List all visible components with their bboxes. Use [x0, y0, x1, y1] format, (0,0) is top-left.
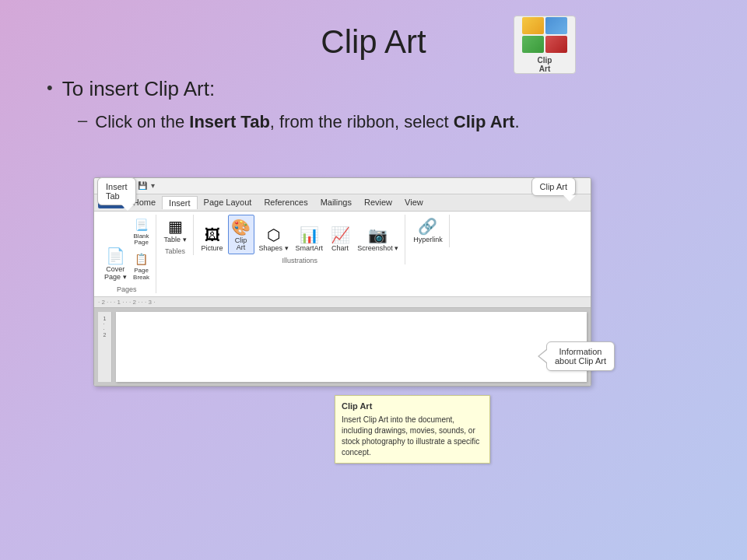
pages-group-label: Pages — [117, 285, 137, 293]
tab-view[interactable]: View — [398, 196, 430, 208]
main-bullet-text: To insert Clip Art: — [62, 76, 216, 103]
slide-container: Clip Art ClipArt • To insert Clip Art: –… — [0, 0, 747, 560]
thumb2 — [545, 17, 567, 34]
ribbon-group-tables: ▦ Table ▾ Tables — [158, 215, 194, 256]
btn-page-break[interactable]: 📋 PageBreak — [132, 249, 152, 283]
btn-cover-page[interactable]: 📄 CoverPage ▾ — [102, 244, 129, 283]
thumb4 — [545, 36, 567, 53]
clip-art-ribbon-icon: 🎨 — [231, 217, 251, 237]
pages-small-btns: 📃 BlankPage 📋 PageBreak — [132, 215, 152, 283]
sub-bullet-section: – Click on the Insert Tab, from the ribb… — [78, 110, 700, 135]
ribbon-group-pages: 📄 CoverPage ▾ 📃 BlankPage 📋 PageBre — [98, 215, 156, 293]
bold-insert-tab: Insert Tab — [189, 112, 270, 131]
save-icon: 💾 — [138, 181, 147, 190]
slide-title: Clip Art — [321, 23, 426, 60]
tab-review[interactable]: Review — [358, 196, 398, 208]
btn-shapes[interactable]: ⬡ Shapes ▾ — [257, 223, 291, 254]
doc-content: Clip Art Insert Clip Art into the docume… — [112, 312, 587, 382]
picture-icon: 🖼 — [202, 225, 223, 245]
btn-chart[interactable]: 📈 Chart — [328, 223, 352, 254]
chart-label: Chart — [331, 245, 349, 253]
blank-page-label: BlankPage — [134, 233, 149, 247]
callout-insert-tab: Insert Tab — [97, 177, 136, 205]
doc-area: 1··2 Clip Art Insert Clip Art into the d… — [94, 308, 591, 386]
ruler-side: 1··2 — [98, 312, 112, 382]
tables-group-items: ▦ Table ▾ — [162, 215, 189, 246]
shapes-icon: ⬡ — [264, 225, 284, 245]
shapes-label: Shapes ▾ — [259, 245, 289, 253]
ruler-side-marker: 1··2 — [103, 316, 107, 338]
tab-insert[interactable]: Insert — [162, 196, 198, 209]
blank-page-icon: 📃 — [133, 216, 150, 233]
ruler-marker: · 2 · · · 1 · · · 2 · · · 3 · — [98, 299, 155, 306]
qat-more: ▾ — [151, 181, 155, 190]
picture-label: Picture — [202, 245, 223, 253]
ribbon-toolbar: 📄 CoverPage ▾ 📃 BlankPage 📋 PageBre — [94, 212, 591, 297]
callout-arrow — [539, 350, 547, 362]
bullet-section: • To insert Clip Art: – Click on the Ins… — [47, 76, 700, 135]
main-bullet-item: • To insert Clip Art: — [47, 76, 700, 103]
page-break-icon: 📋 — [133, 250, 150, 268]
tab-references[interactable]: References — [258, 196, 314, 208]
page-break-label: PageBreak — [133, 268, 149, 282]
ruler-top: · 2 · · · 1 · · · 2 · · · 3 · — [94, 297, 591, 308]
links-group-items: 🔗 Hyperlink — [411, 215, 445, 246]
sub-dash: – — [78, 110, 87, 131]
btn-picture[interactable]: 🖼 Picture — [199, 223, 226, 254]
thumb3 — [522, 36, 544, 53]
ribbon-group-links: 🔗 Hyperlink — [407, 215, 450, 248]
smartart-icon: 📊 — [299, 225, 319, 245]
clip-art-icon-badge: ClipArt — [514, 16, 576, 74]
screenshot-label: Screenshot ▾ — [357, 245, 398, 253]
screenshot-container: Insert Tab Clip Art W ↩ ↪ 💾 ▾ File Home … — [93, 177, 591, 387]
hyperlink-icon: 🔗 — [418, 216, 438, 236]
pages-group-items: 📄 CoverPage ▾ 📃 BlankPage 📋 PageBre — [102, 215, 152, 283]
title-area: Clip Art ClipArt — [47, 23, 700, 61]
bold-clip-art: Clip Art — [454, 112, 515, 131]
btn-hyperlink[interactable]: 🔗 Hyperlink — [411, 215, 445, 246]
chart-icon: 📈 — [330, 225, 350, 245]
ribbon-tabs: File Home Insert Page Layout References … — [94, 194, 591, 212]
tab-mailings[interactable]: Mailings — [314, 196, 358, 208]
callout-clip-art: Clip Art — [531, 177, 576, 196]
thumb1 — [522, 17, 544, 34]
quick-access-toolbar: W ↩ ↪ 💾 ▾ — [94, 178, 591, 194]
btn-screenshot[interactable]: 📷 Screenshot ▾ — [355, 223, 401, 254]
tables-group-label: Tables — [165, 247, 185, 255]
btn-clip-art[interactable]: 🎨 ClipArt — [228, 215, 254, 255]
table-label: Table ▾ — [164, 236, 187, 244]
btn-smartart[interactable]: 📊 SmartArt — [293, 223, 326, 254]
btn-table[interactable]: ▦ Table ▾ — [162, 215, 189, 246]
hyperlink-label: Hyperlink — [413, 236, 443, 244]
callout-info: Informationabout Clip Art — [546, 341, 615, 371]
screenshot-icon: 📷 — [368, 225, 388, 245]
smartart-label: SmartArt — [296, 245, 324, 253]
sub-bullet-text: Click on the Insert Tab, from the ribbon… — [95, 110, 519, 135]
cover-page-icon: 📄 — [105, 246, 125, 266]
clip-art-badge-label: ClipArt — [538, 56, 552, 73]
ribbon-group-illustrations: 🖼 Picture 🎨 ClipArt ⬡ Shapes ▾ 📊 — [195, 215, 406, 265]
doc-page — [116, 312, 587, 382]
table-icon: ▦ — [165, 216, 185, 236]
illustrations-group-items: 🖼 Picture 🎨 ClipArt ⬡ Shapes ▾ 📊 — [199, 215, 402, 255]
clip-art-ribbon-label: ClipArt — [235, 237, 247, 253]
btn-blank-page[interactable]: 📃 BlankPage — [132, 215, 152, 249]
cover-page-label: CoverPage ▾ — [104, 266, 127, 282]
word-ribbon: W ↩ ↪ 💾 ▾ File Home Insert Page Layout R… — [93, 177, 591, 387]
illustrations-group-label: Illustrations — [282, 257, 318, 264]
sub-bullet-item: – Click on the Insert Tab, from the ribb… — [78, 110, 700, 135]
bullet-dot: • — [47, 78, 53, 98]
tab-page-layout[interactable]: Page Layout — [198, 196, 258, 208]
